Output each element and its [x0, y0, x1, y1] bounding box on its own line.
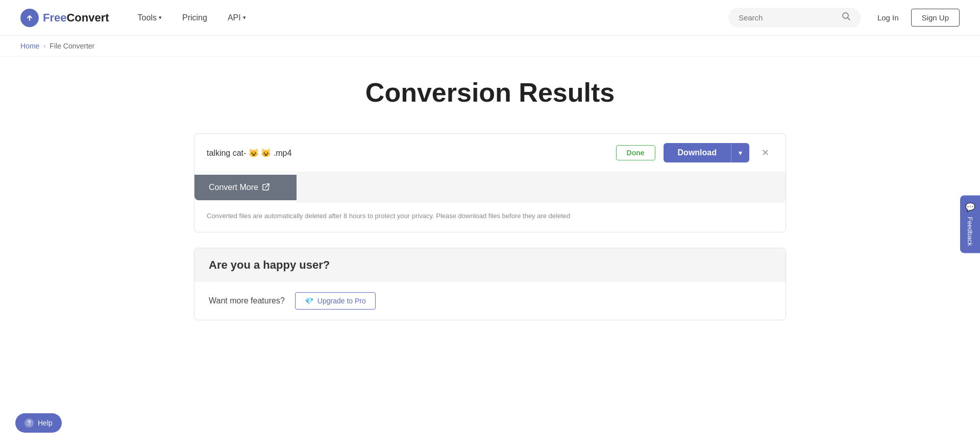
- convert-more-spacer: [297, 172, 786, 203]
- convert-more-row: Convert More: [194, 172, 786, 203]
- file-row: talking cat- 😺 😺 .mp4 Done Download ▾ ✕: [194, 134, 786, 172]
- happy-card-title: Are you a happy user?: [209, 258, 771, 272]
- close-button[interactable]: ✕: [757, 145, 773, 160]
- breadcrumb-separator: ›: [43, 42, 45, 50]
- logo-icon: [20, 9, 39, 27]
- download-btn-group: Download ▾: [664, 143, 749, 162]
- download-button[interactable]: Download: [664, 143, 731, 162]
- chevron-down-icon: ▾: [243, 14, 246, 21]
- main-nav: Tools ▾ Pricing API ▾: [130, 9, 728, 27]
- svg-line-2: [847, 18, 850, 20]
- svg-line-3: [265, 184, 269, 187]
- nav-api[interactable]: API ▾: [219, 9, 254, 27]
- nav-pricing[interactable]: Pricing: [174, 9, 215, 27]
- want-features-label: Want more features?: [209, 296, 285, 305]
- happy-card-body: Want more features? 💎 Upgrade to Pro: [194, 282, 786, 320]
- chevron-down-icon: ▾: [159, 14, 162, 21]
- chevron-down-icon: ▾: [739, 149, 742, 157]
- breadcrumb-current: File Converter: [50, 42, 94, 50]
- upgrade-button[interactable]: 💎 Upgrade to Pro: [295, 292, 376, 310]
- happy-user-card: Are you a happy user? Want more features…: [194, 248, 786, 320]
- feedback-widget[interactable]: 💬 Feedback: [960, 195, 980, 253]
- nav-tools[interactable]: Tools ▾: [130, 9, 170, 27]
- note-text: Converted files are automatically delete…: [194, 203, 786, 232]
- file-name: talking cat- 😺 😺 .mp4: [207, 148, 608, 158]
- search-icon[interactable]: [842, 12, 851, 23]
- logo[interactable]: FreeConvert: [20, 9, 109, 27]
- close-icon: ✕: [762, 148, 769, 158]
- external-link-icon: [262, 183, 270, 192]
- done-badge: Done: [616, 145, 655, 160]
- download-dropdown-button[interactable]: ▾: [731, 143, 749, 162]
- main-content: Conversion Results talking cat- 😺 😺 .mp4…: [184, 57, 796, 351]
- conversion-card: talking cat- 😺 😺 .mp4 Done Download ▾ ✕ …: [194, 133, 786, 232]
- convert-more-button[interactable]: Convert More: [194, 175, 297, 200]
- signup-button[interactable]: Sign Up: [911, 9, 960, 27]
- search-area: [728, 8, 861, 28]
- logo-text: FreeConvert: [43, 11, 109, 25]
- breadcrumb-home[interactable]: Home: [20, 42, 39, 50]
- page-title: Conversion Results: [194, 77, 786, 108]
- header: FreeConvert Tools ▾ Pricing API ▾ Log In…: [0, 0, 980, 36]
- breadcrumb: Home › File Converter: [0, 36, 980, 57]
- login-button[interactable]: Log In: [871, 9, 905, 26]
- feedback-icon: 💬: [965, 202, 975, 213]
- search-input[interactable]: [739, 13, 837, 22]
- diamond-icon: 💎: [305, 297, 313, 305]
- auth-area: Log In Sign Up: [871, 9, 960, 27]
- happy-card-header: Are you a happy user?: [194, 248, 786, 282]
